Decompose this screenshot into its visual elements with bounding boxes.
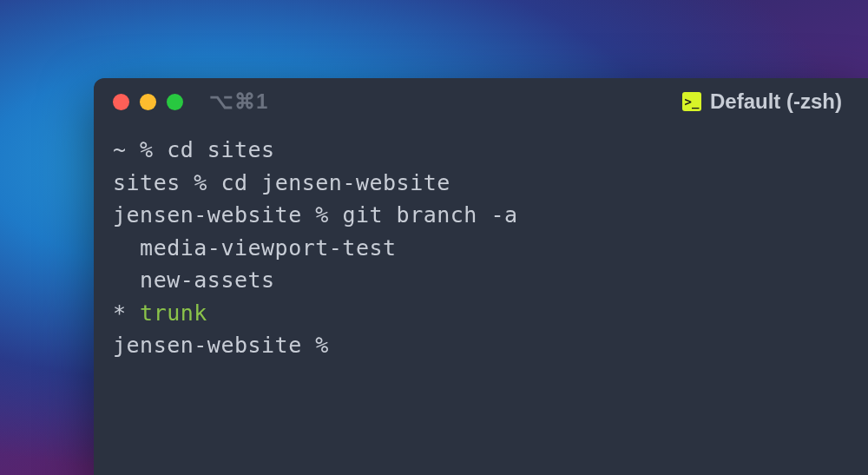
terminal-line: jensen-website % git branch -a xyxy=(113,199,849,232)
terminal-body[interactable]: ~ % cd sites sites % cd jensen-website j… xyxy=(94,125,868,371)
command-text: cd sites xyxy=(167,137,274,162)
branch-item-current: * trunk xyxy=(113,297,849,330)
branch-item: media-viewport-test xyxy=(113,232,849,265)
branch-item: new-assets xyxy=(113,264,849,297)
terminal-line: sites % cd jensen-website xyxy=(113,167,849,200)
prompt-prefix: jensen-website % xyxy=(113,202,342,228)
terminal-window: ⌥⌘1 >_ Default (-zsh) ~ % cd sites sites… xyxy=(94,78,868,475)
command-text: git branch -a xyxy=(342,202,517,228)
window-shortcut-hint: ⌥⌘1 xyxy=(209,89,268,114)
branch-current-name: trunk xyxy=(140,300,207,326)
tab-label-text: Default (-zsh) xyxy=(710,89,842,114)
close-window-button[interactable] xyxy=(113,94,129,110)
terminal-line: ~ % cd sites xyxy=(113,134,849,167)
terminal-prompt: jensen-website % xyxy=(113,329,849,362)
title-bar-left: ⌥⌘1 xyxy=(113,89,268,114)
branch-current-marker: * xyxy=(113,300,140,326)
terminal-icon: >_ xyxy=(682,92,701,111)
tab-default[interactable]: >_ Default (-zsh) xyxy=(682,89,849,114)
prompt-prefix: sites % xyxy=(113,170,220,195)
command-text: cd jensen-website xyxy=(220,170,450,195)
minimize-window-button[interactable] xyxy=(140,94,156,110)
prompt-prefix: ~ % xyxy=(113,137,167,162)
maximize-window-button[interactable] xyxy=(167,94,183,110)
traffic-lights xyxy=(113,94,183,110)
title-bar: ⌥⌘1 >_ Default (-zsh) xyxy=(94,78,868,125)
